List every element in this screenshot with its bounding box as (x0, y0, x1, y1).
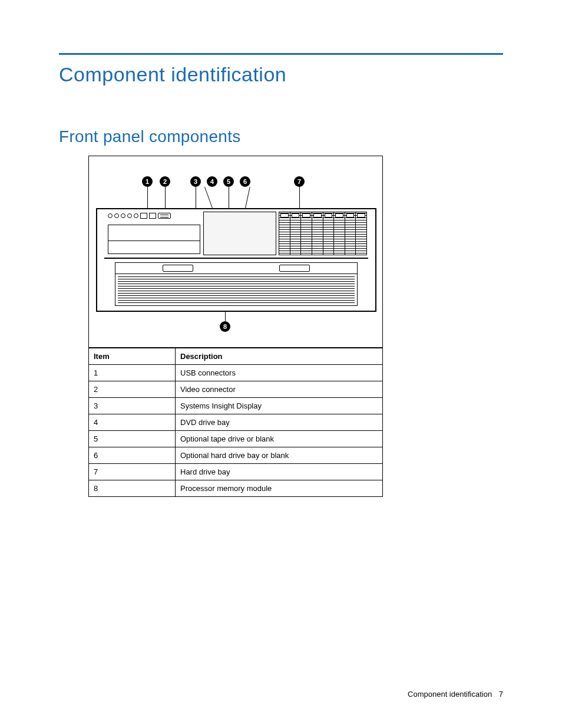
header-description: Description (176, 348, 383, 365)
table-row: 2 Video connector (89, 381, 383, 398)
cell-description: Processor memory module (176, 480, 383, 497)
header-rule (59, 53, 503, 55)
callout-5: 5 (223, 176, 234, 187)
control-panel (108, 212, 208, 220)
hdd-slot (333, 212, 345, 255)
status-led-icon (121, 213, 125, 218)
hdd-slot (323, 212, 334, 255)
cell-description: DVD drive bay (176, 414, 383, 431)
chassis-lower (104, 259, 368, 311)
hdd-slot (279, 212, 290, 255)
cell-item: 6 (89, 447, 176, 464)
cell-description: Hard drive bay (176, 464, 383, 480)
processor-memory-module (115, 262, 358, 306)
table-row: 4 DVD drive bay (89, 414, 383, 431)
footer-section: Component identification (408, 690, 492, 699)
table-row: 1 USB connectors (89, 365, 383, 381)
table-row: 6 Optional hard drive bay or blank (89, 447, 383, 464)
status-led-icon (127, 213, 132, 218)
vent-grille-icon (118, 276, 355, 303)
cell-description: USB connectors (176, 365, 383, 381)
header-item: Item (89, 348, 176, 365)
hdd-slot (312, 212, 323, 255)
callout-7: 7 (294, 176, 305, 187)
hdd-slot (290, 212, 301, 255)
cell-item: 3 (89, 398, 176, 414)
table-row: 5 Optional tape drive or blank (89, 431, 383, 447)
tape-bay (203, 212, 276, 255)
chassis-upper (104, 209, 368, 259)
cell-item: 2 (89, 381, 176, 398)
module-handles (115, 263, 357, 274)
cell-description: Optional tape drive or blank (176, 431, 383, 447)
callout-8: 8 (220, 321, 230, 332)
callout-1: 1 (142, 176, 153, 187)
hdd-slot (355, 212, 366, 255)
table-row: 8 Processor memory module (89, 480, 383, 497)
status-led-icon (134, 213, 138, 218)
cell-description: Systems Insight Display (176, 398, 383, 414)
table-header-row: Item Description (89, 348, 383, 365)
front-panel-diagram: 1 2 3 4 5 6 7 8 (88, 156, 383, 348)
power-led-icon (108, 213, 113, 218)
table-row: 7 Hard drive bay (89, 464, 383, 480)
server-chassis (103, 208, 369, 312)
usb-port-icon (149, 213, 156, 219)
hdd-slot (345, 212, 356, 255)
status-led-icon (114, 213, 119, 218)
cell-item: 5 (89, 431, 176, 447)
leader-line (299, 187, 300, 209)
callout-6: 6 (240, 176, 250, 187)
rack-ear-left (96, 208, 104, 312)
hdd-slot (300, 212, 312, 255)
cell-item: 7 (89, 464, 176, 480)
rack-ear-right (368, 208, 376, 312)
hard-drive-cage (279, 212, 367, 255)
page-title: Component identification (59, 63, 503, 86)
usb-port-icon (140, 213, 147, 219)
component-table: Item Description 1 USB connectors 2 Vide… (88, 348, 383, 497)
callout-4: 4 (207, 176, 217, 187)
callout-3: 3 (190, 176, 201, 187)
cell-item: 4 (89, 414, 176, 431)
diagram-and-table: 1 2 3 4 5 6 7 8 (88, 156, 383, 497)
footer-page-number: 7 (499, 690, 503, 699)
section-title: Front panel components (59, 127, 503, 146)
dvd-bay (108, 225, 200, 254)
cell-description: Optional hard drive bay or blank (176, 447, 383, 464)
table-row: 3 Systems Insight Display (89, 398, 383, 414)
cell-description: Video connector (176, 381, 383, 398)
cell-item: 1 (89, 365, 176, 381)
video-port-icon (158, 213, 171, 219)
callout-2: 2 (160, 176, 170, 187)
cell-item: 8 (89, 480, 176, 497)
page-footer: Component identification 7 (408, 690, 503, 699)
